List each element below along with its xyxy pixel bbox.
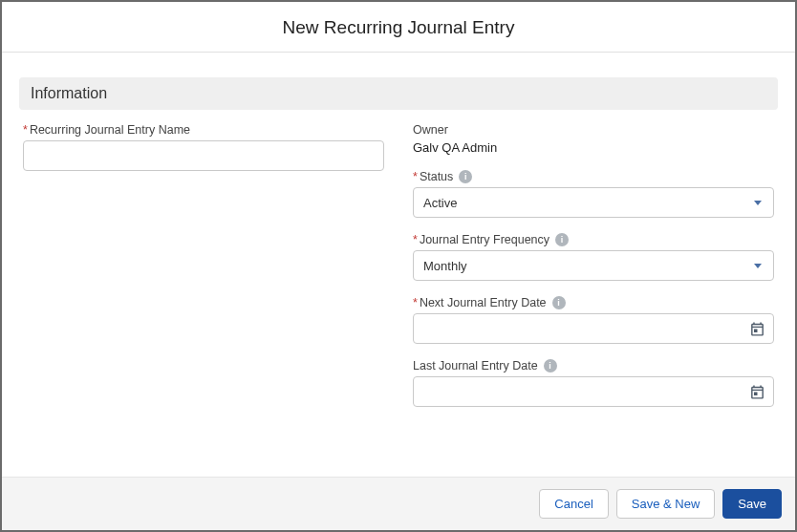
info-icon[interactable]: i xyxy=(552,296,566,309)
form-col-right: Owner Galv QA Admin *Status i Active *Jo… xyxy=(413,123,774,422)
next-date-input-wrap[interactable] xyxy=(413,313,774,344)
required-marker: * xyxy=(413,296,418,309)
label-name: *Recurring Journal Entry Name xyxy=(23,123,384,137)
required-marker: * xyxy=(413,170,418,183)
frequency-select[interactable]: Monthly xyxy=(413,250,774,281)
next-date-input[interactable] xyxy=(423,314,748,343)
modal-footer: Cancel Save & New Save xyxy=(2,477,795,530)
section-information-header: Information xyxy=(19,77,778,110)
label-frequency: *Journal Entry Frequency i xyxy=(413,233,774,246)
label-next-date: *Next Journal Entry Date i xyxy=(413,296,774,309)
save-and-new-button[interactable]: Save & New xyxy=(616,489,716,519)
calendar-icon[interactable] xyxy=(748,320,765,337)
field-owner: Owner Galv QA Admin xyxy=(413,123,774,155)
frequency-value: Monthly xyxy=(423,259,754,273)
field-last-date: Last Journal Entry Date i xyxy=(413,359,774,407)
save-button[interactable]: Save xyxy=(722,489,782,519)
form-grid: *Recurring Journal Entry Name Owner Galv… xyxy=(19,123,778,422)
status-value: Active xyxy=(423,196,754,210)
label-last-date: Last Journal Entry Date i xyxy=(413,359,774,372)
required-marker: * xyxy=(23,123,28,137)
label-owner: Owner xyxy=(413,123,774,137)
required-marker: * xyxy=(413,233,418,246)
field-frequency: *Journal Entry Frequency i Monthly xyxy=(413,233,774,281)
owner-value: Galv QA Admin xyxy=(413,140,774,155)
chevron-down-icon xyxy=(754,201,762,205)
form-col-left: *Recurring Journal Entry Name xyxy=(23,123,384,422)
modal-header: New Recurring Journal Entry xyxy=(2,2,795,53)
calendar-icon[interactable] xyxy=(748,383,765,400)
field-status: *Status i Active xyxy=(413,170,774,218)
chevron-down-icon xyxy=(754,264,762,268)
label-status: *Status i xyxy=(413,170,774,183)
info-icon[interactable]: i xyxy=(555,233,569,246)
modal-body: Information *Recurring Journal Entry Nam… xyxy=(2,53,795,477)
status-select[interactable]: Active xyxy=(413,187,774,218)
modal-title: New Recurring Journal Entry xyxy=(2,17,795,38)
cancel-button[interactable]: Cancel xyxy=(539,489,608,519)
field-next-date: *Next Journal Entry Date i xyxy=(413,296,774,344)
last-date-input[interactable] xyxy=(423,377,748,406)
field-name: *Recurring Journal Entry Name xyxy=(23,123,384,171)
name-input[interactable] xyxy=(23,140,384,171)
info-icon[interactable]: i xyxy=(459,170,472,183)
info-icon[interactable]: i xyxy=(544,359,557,372)
last-date-input-wrap[interactable] xyxy=(413,376,774,407)
